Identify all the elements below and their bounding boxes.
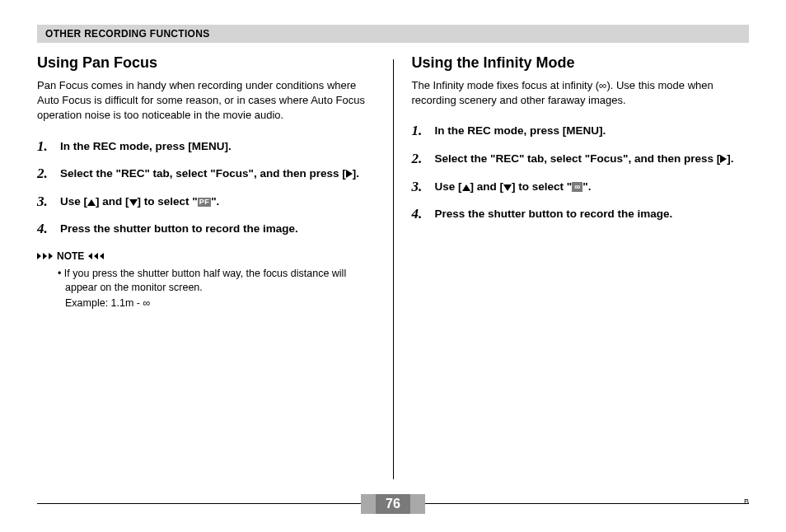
step-text: Use [ — [435, 180, 462, 193]
triangle-down-icon — [503, 184, 512, 191]
section-header-text: OTHER RECORDING FUNCTIONS — [45, 28, 210, 40]
left-step-4: Press the shutter button to record the i… — [37, 221, 375, 237]
note-arrow-left-icon — [100, 253, 104, 259]
note-arrow-right-icon — [49, 253, 53, 259]
step-text: Select the "REC" tab, select "Focus", an… — [60, 167, 346, 180]
step-text: In the REC mode, press [MENU]. — [435, 124, 606, 137]
left-step-2: Select the "REC" tab, select "Focus", an… — [37, 166, 375, 182]
step-text: Press the shutter button to record the i… — [60, 222, 298, 235]
note-arrow-left-icon — [88, 253, 92, 259]
section-header: OTHER RECORDING FUNCTIONS — [37, 25, 749, 43]
note-body: If you press the shutter button half way… — [37, 267, 375, 311]
right-steps: In the REC mode, press [MENU]. Select th… — [412, 123, 750, 222]
left-step-1: In the REC mode, press [MENU]. — [37, 138, 375, 155]
right-step-3: Use [] and [] to select "∞". — [412, 179, 750, 195]
step-text: Select the "REC" tab, select "Focus", an… — [435, 152, 721, 165]
step-text: ]. — [353, 167, 359, 180]
step-text: ". — [582, 180, 591, 193]
left-intro: Pan Focus comes in handy when recording … — [37, 78, 375, 124]
two-column-layout: Using Pan Focus Pan Focus comes in handy… — [37, 54, 749, 479]
triangle-down-icon — [129, 199, 138, 206]
right-step-4: Press the shutter button to record the i… — [412, 206, 750, 222]
note-text: If you press the shutter button half way… — [64, 268, 346, 294]
note-arrow-right-icon — [37, 253, 41, 259]
note-example: Example: 1.1m - ∞ — [65, 296, 375, 311]
infinity-icon: ∞ — [572, 182, 582, 192]
left-step-3: Use [] and [] to select "PF". — [37, 194, 375, 210]
right-intro: The Infinity mode fixes focus at infinit… — [412, 78, 750, 108]
right-column: Using the Infinity Mode The Infinity mod… — [394, 54, 750, 479]
triangle-up-icon — [87, 199, 96, 206]
left-heading: Using Pan Focus — [37, 54, 375, 72]
triangle-right-icon — [346, 170, 353, 178]
left-column: Using Pan Focus Pan Focus comes in handy… — [37, 54, 393, 479]
note-arrow-right-icon — [43, 253, 47, 259]
step-text: In the REC mode, press [MENU]. — [60, 140, 232, 152]
intro-text: The Infinity mode fixes focus at infinit… — [412, 79, 600, 91]
step-text: ] and [ — [96, 195, 129, 208]
note-label: NOTE — [57, 250, 84, 262]
left-steps: In the REC mode, press [MENU]. Select th… — [37, 138, 375, 237]
step-text: ". — [211, 195, 219, 208]
note-arrow-left-icon — [94, 253, 98, 259]
document-page: OTHER RECORDING FUNCTIONS Using Pan Focu… — [0, 0, 786, 532]
right-step-1: In the REC mode, press [MENU]. — [412, 123, 750, 139]
step-text: ] and [ — [470, 180, 504, 193]
page-footer: 76 B — [0, 494, 786, 514]
step-text: ] to select " — [512, 180, 572, 193]
step-text: ]. — [727, 152, 733, 165]
triangle-right-icon — [720, 155, 727, 163]
step-text: Use [ — [60, 195, 87, 208]
step-text: Press the shutter button to record the i… — [435, 208, 673, 220]
right-step-2: Select the "REC" tab, select "Focus", an… — [412, 151, 750, 167]
note-block: NOTE If you press the shutter button hal… — [37, 250, 375, 311]
footer-mark: B — [744, 497, 749, 506]
page-number: 76 — [376, 494, 410, 514]
infinity-symbol: ∞ — [599, 79, 606, 91]
triangle-up-icon — [462, 184, 470, 191]
note-heading: NOTE — [37, 250, 375, 262]
pf-icon: PF — [198, 198, 212, 207]
step-text: ] to select " — [138, 195, 198, 208]
right-heading: Using the Infinity Mode — [412, 54, 750, 72]
